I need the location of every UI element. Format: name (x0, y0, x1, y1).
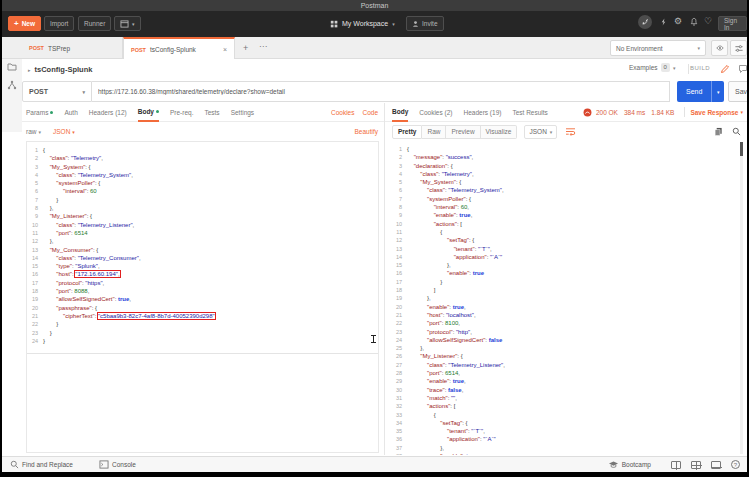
request-header: ▸ tsConfig-Splunk Examples 0 ▾ BUILD (22, 59, 747, 80)
view-visualize[interactable]: Visualize (481, 125, 518, 139)
new-window-button[interactable]: ▾ (114, 16, 141, 31)
response-body-code: 1{2 "message": "success",3 "declaration"… (391, 141, 743, 455)
tab-response-body[interactable]: Body (392, 103, 408, 122)
scrollbar-thumb[interactable] (740, 142, 743, 156)
environment-settings-button[interactable] (730, 40, 747, 56)
line-number: 31 (391, 394, 407, 402)
invite-button[interactable]: Invite (406, 16, 444, 31)
two-pane-view-button[interactable] (671, 461, 681, 469)
environment-quick-look-button[interactable] (711, 40, 728, 56)
favorites-button[interactable]: ♡ (704, 15, 712, 28)
find-and-replace-button[interactable]: Find and Replace (10, 460, 73, 469)
chevron-right-icon[interactable]: ▸ (28, 67, 31, 73)
tab-tsprep[interactable]: POST TSPrep (22, 37, 123, 59)
import-button[interactable]: Import (44, 16, 74, 31)
code-link[interactable]: Code (362, 109, 378, 116)
send-button[interactable]: Send ▾ (677, 81, 724, 102)
code-line: 21 "cipherText": "c5baa9b3-82c7-4af8-8b7… (27, 312, 378, 320)
sync-button[interactable] (638, 15, 652, 29)
view-raw[interactable]: Raw (422, 125, 446, 139)
wrap-text-button[interactable] (565, 127, 576, 136)
body-mode-dropdown[interactable]: raw▾ (26, 128, 41, 135)
send-options-button[interactable]: ▾ (711, 81, 724, 102)
workspace-label: My Workspace (342, 20, 388, 27)
tab-options-button[interactable]: ⋯ (259, 42, 267, 51)
interceptor-button[interactable] (659, 17, 668, 27)
code-line: 26 "My_Listener": { (391, 352, 743, 360)
code-line: 3 "My_System": { (27, 163, 378, 171)
tab-settings[interactable]: Settings (231, 103, 255, 122)
runner-button[interactable]: Runner (78, 16, 111, 31)
cookies-link[interactable]: Cookies (331, 109, 354, 116)
comments-button[interactable] (738, 64, 747, 74)
tab-auth[interactable]: Auth (64, 103, 77, 122)
copy-button[interactable] (714, 127, 723, 137)
environment-selector[interactable]: No Environment ▾ (610, 40, 706, 56)
bootcamp-button[interactable]: Bootcamp (608, 460, 651, 469)
code-line: 34 "setTag": { (391, 419, 743, 427)
notifications-button[interactable] (690, 17, 698, 27)
line-number: 6 (27, 187, 43, 195)
runner-button-label: Runner (84, 20, 105, 27)
tab-test-results[interactable]: Test Results (512, 103, 547, 122)
request-body-code[interactable]: 1{2 "class": "Telemetry",3 "My_System": … (27, 142, 378, 345)
sign-in-label: Sign In (724, 17, 741, 31)
tab-params[interactable]: Params (26, 103, 53, 122)
console-pane-button[interactable] (711, 461, 721, 469)
tab-response-headers[interactable]: Headers (19) (463, 103, 501, 122)
save-label[interactable]: Save (729, 82, 747, 101)
pane-divider[interactable] (384, 103, 385, 455)
chevron-down-icon: ▾ (132, 21, 135, 27)
workspace-switcher[interactable]: My Workspace ▾ (330, 16, 395, 31)
code-line: 32 "actions": [ (391, 402, 743, 410)
sign-in-button[interactable]: Sign In (718, 16, 747, 31)
search-button[interactable] (732, 127, 741, 136)
response-language-dropdown[interactable]: JSON▾ (524, 125, 557, 139)
body-language-dropdown[interactable]: JSON▾ (53, 128, 75, 135)
url-input[interactable] (92, 81, 670, 102)
invite-button-label: Invite (422, 20, 438, 27)
divider (688, 64, 689, 74)
method-selector[interactable]: POST ▾ (22, 81, 92, 102)
tab-tsconfig-splunk[interactable]: POST tsConfig-Splunk × (123, 37, 235, 60)
grid-view-button[interactable] (691, 461, 701, 469)
edit-request-button[interactable] (720, 64, 730, 74)
tab-label: Settings (231, 109, 255, 116)
close-tab-icon[interactable]: × (223, 46, 227, 53)
new-button[interactable]: + New (8, 16, 41, 31)
line-number: 7 (27, 196, 43, 204)
line-number: 4 (391, 170, 407, 178)
line-number: 36 (391, 435, 407, 443)
save-button[interactable]: Save ▾ (728, 81, 747, 102)
line-number: 22 (27, 320, 43, 328)
workspace-grid-icon (330, 20, 338, 28)
new-window-icon (120, 20, 129, 28)
beautify-link[interactable]: Beautify (355, 128, 379, 135)
edit-pencil-icon (720, 64, 730, 74)
apis-network-icon[interactable] (7, 80, 17, 90)
open-new-tab-button[interactable]: + (243, 43, 248, 53)
tab-method: POST (131, 47, 146, 53)
tab-body[interactable]: Body (138, 103, 159, 122)
save-response-button[interactable]: Save Response (690, 109, 738, 116)
line-number: 5 (391, 178, 407, 186)
console-button[interactable]: Console (99, 460, 136, 469)
wrap-text-icon (565, 127, 576, 136)
line-number: 17 (391, 278, 407, 286)
view-preview[interactable]: Preview (446, 125, 480, 139)
tab-headers[interactable]: Headers (12) (89, 103, 127, 122)
response-scrollbar[interactable] (740, 142, 743, 454)
examples-button[interactable]: Examples 0 ▾ (629, 63, 675, 72)
line-number: 29 (391, 377, 407, 385)
tab-pre-request[interactable]: Pre-req. (170, 103, 193, 122)
help-icon[interactable]: ? (731, 460, 740, 469)
view-pretty[interactable]: Pretty (392, 125, 422, 139)
collections-folder-icon[interactable] (7, 62, 17, 71)
tab-tests[interactable]: Tests (204, 103, 219, 122)
code-line: 21 "host": "localhost", (391, 311, 743, 319)
send-label[interactable]: Send (677, 81, 711, 102)
chevron-down-icon: ▾ (697, 45, 700, 51)
request-body-editor[interactable]: 1{2 "class": "Telemetry",3 "My_System": … (26, 141, 379, 453)
settings-button[interactable]: ⚙ (674, 15, 682, 28)
tab-response-cookies[interactable]: Cookies (2) (419, 103, 452, 122)
